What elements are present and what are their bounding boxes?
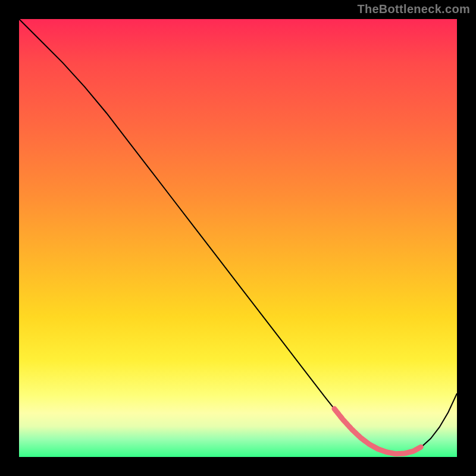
watermark-text: TheBottleneck.com xyxy=(357,2,470,16)
bottleneck-curve xyxy=(19,19,457,454)
highlight-dashed-segment xyxy=(334,409,421,454)
highlight-dash xyxy=(419,447,421,448)
chart-svg xyxy=(19,19,457,457)
chart-container: TheBottleneck.com xyxy=(0,0,476,476)
